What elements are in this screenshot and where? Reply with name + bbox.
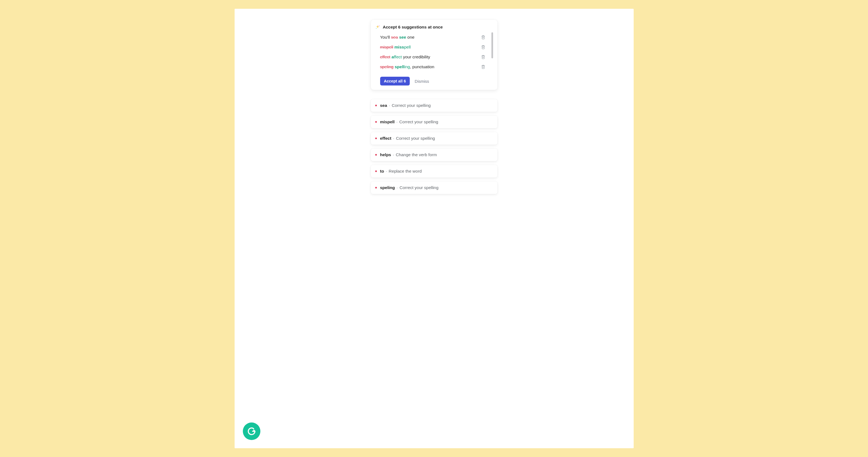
bulk-replacement-bold: a [392, 55, 394, 59]
accept-all-button[interactable]: Accept all 6 [380, 77, 410, 86]
trash-icon [481, 55, 486, 59]
error-dot-icon [375, 187, 377, 189]
suggestion-card[interactable]: to · Replace the word [371, 165, 497, 177]
suggestion-word: mispell [380, 120, 395, 124]
suggestion-word: sea [380, 103, 387, 108]
bulk-replacement-bold: see [399, 35, 406, 39]
bulk-replacement-rest: ffect [394, 55, 402, 59]
bulk-header: Accept 6 suggestions at once [375, 24, 494, 32]
suggestion-hint: Correct your spelling [400, 185, 438, 190]
delete-suggestion-button[interactable] [480, 54, 487, 60]
error-dot-icon [375, 121, 377, 123]
bulk-row-text: effect affect your credibility [380, 54, 430, 60]
bulk-replacement-bold: spell [395, 64, 404, 69]
error-dot-icon [375, 154, 377, 156]
bulk-row: mispell misspell [380, 42, 487, 52]
delete-suggestion-button[interactable] [480, 64, 487, 70]
bulk-strike: mispell [380, 45, 393, 49]
trash-icon [481, 35, 486, 39]
bulk-replacement-rest: ing [404, 64, 410, 69]
bulk-replacement-bold: miss [394, 45, 404, 49]
bulk-row: You'll sea see one [380, 32, 487, 42]
suggestion-word: speling [380, 185, 395, 190]
suggestion-list: sea · Correct your spelling mispell · Co… [371, 99, 497, 194]
suggestion-word: to [380, 169, 384, 173]
bulk-strike: speling [380, 64, 394, 69]
bulk-suffix: , punctuation [410, 64, 434, 69]
suggestion-hint: Correct your spelling [399, 120, 438, 124]
error-dot-icon [375, 105, 377, 106]
error-dot-icon [375, 137, 377, 139]
bulk-list: You'll sea see one mispell misspell [375, 32, 494, 73]
trash-icon [481, 65, 486, 69]
suggestion-hint: Correct your spelling [392, 103, 431, 108]
bulk-strike: sea [391, 35, 398, 39]
suggestion-separator: · [395, 185, 400, 190]
suggestion-card[interactable]: speling · Correct your spelling [371, 182, 497, 194]
bulk-replacement-rest: pell [404, 45, 410, 49]
bulk-row: Afterall After all, there are [380, 72, 487, 73]
suggestion-hint: Replace the word [389, 169, 422, 173]
suggestion-card[interactable]: mispell · Correct your spelling [371, 116, 497, 128]
bulk-row-text: speling spelling, punctuation [380, 64, 434, 70]
suggestion-separator: · [391, 152, 396, 157]
suggestion-hint: Change the verb form [396, 152, 437, 157]
suggestion-separator: · [384, 169, 389, 173]
trash-icon [481, 45, 486, 49]
grammarly-g-icon [247, 426, 256, 436]
bulk-accept-card: Accept 6 suggestions at once You'll sea … [371, 20, 497, 90]
grammarly-logo [243, 422, 260, 440]
bulk-suffix: one [406, 35, 414, 39]
suggestion-word: effect [380, 136, 392, 140]
outer-frame: Accept 6 suggestions at once You'll sea … [226, 0, 643, 457]
error-dot-icon [375, 170, 377, 172]
suggestion-card[interactable]: helps · Change the verb form [371, 149, 497, 161]
bulk-row-text: mispell misspell [380, 44, 411, 50]
bulk-actions: Accept all 6 Dismiss [375, 73, 494, 86]
suggestion-separator: · [387, 103, 392, 108]
app-canvas: Accept 6 suggestions at once You'll sea … [235, 9, 634, 448]
content-column: Accept 6 suggestions at once You'll sea … [371, 20, 497, 194]
suggestion-separator: · [392, 136, 396, 140]
bulk-row: speling spelling, punctuation [380, 62, 487, 72]
bulk-title: Accept 6 suggestions at once [383, 25, 443, 30]
delete-suggestion-button[interactable] [480, 44, 487, 51]
suggestion-card[interactable]: effect · Correct your spelling [371, 132, 497, 145]
bulk-scrollbar[interactable] [491, 32, 493, 58]
suggestion-word: helps [380, 152, 391, 157]
suggestion-hint: Correct your spelling [396, 136, 435, 140]
bulk-row: effect affect your credibility [380, 52, 487, 62]
suggestion-separator: · [395, 120, 399, 124]
dismiss-button[interactable]: Dismiss [415, 79, 429, 84]
suggestion-card[interactable]: sea · Correct your spelling [371, 99, 497, 112]
delete-suggestion-button[interactable] [480, 34, 487, 40]
sparkle-icon [375, 25, 380, 30]
bulk-prefix: You'll [380, 35, 391, 39]
bulk-suffix: your credibility [402, 55, 430, 59]
bulk-strike: effect [380, 55, 391, 59]
bulk-row-text: You'll sea see one [380, 34, 415, 40]
